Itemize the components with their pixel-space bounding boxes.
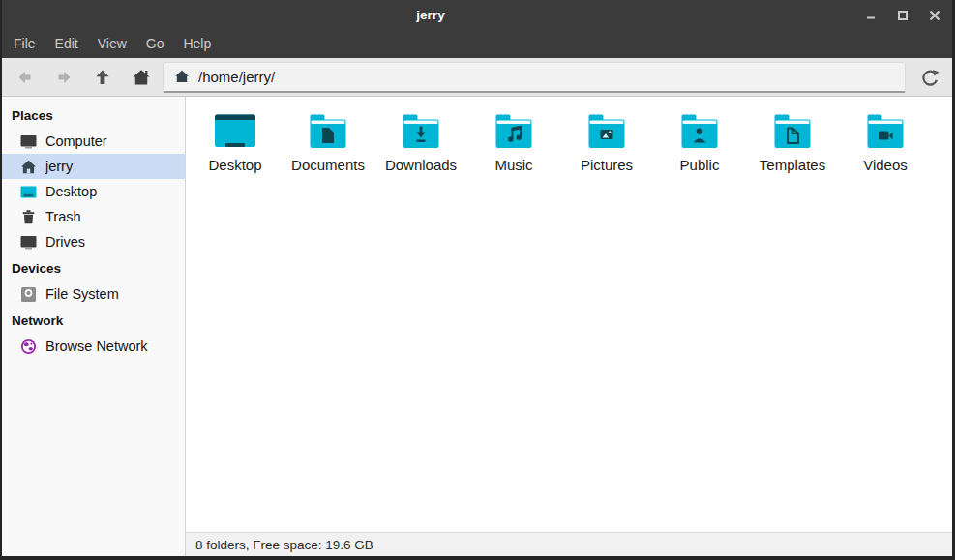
sidebar-item-label: Browse Network	[45, 339, 148, 354]
downloads-folder-icon	[400, 113, 442, 150]
public-folder-icon	[678, 113, 721, 150]
status-text: 8 folders, Free space: 19.6 GB	[195, 538, 373, 552]
sidebar-item-label: Trash	[45, 209, 81, 224]
close-button[interactable]	[925, 6, 944, 25]
window-title: jerry	[2, 0, 859, 30]
status-bar: 8 folders, Free space: 19.6 GB	[186, 532, 952, 556]
refresh-icon	[919, 67, 940, 88]
drives-icon	[20, 234, 37, 251]
pictures-folder-icon	[585, 113, 628, 150]
videos-folder-icon	[864, 113, 907, 150]
sidebar-item-browse-network[interactable]: Browse Network	[2, 334, 185, 359]
file-item-videos[interactable]: Videos	[839, 105, 932, 173]
main-column: Desktop Documents	[186, 97, 952, 556]
network-globe-icon	[20, 339, 37, 355]
desktop-monitor-icon	[20, 184, 37, 200]
title-bar[interactable]: jerry	[2, 0, 952, 30]
sidebar-item-computer[interactable]: Computer	[2, 129, 185, 154]
window-controls	[861, 0, 944, 30]
forward-arrow-icon	[53, 67, 75, 88]
templates-folder-icon	[771, 113, 814, 150]
sidebar-item-label: Drives	[45, 234, 85, 250]
sidebar-item-label: Computer	[45, 133, 107, 149]
menu-bar: File Edit View Go Help	[2, 30, 952, 58]
documents-folder-icon	[307, 113, 349, 150]
filesystem-drive-icon	[20, 286, 37, 303]
sidebar-item-label: jerry	[45, 159, 73, 174]
menu-view[interactable]: View	[88, 30, 136, 58]
file-item-label: Downloads	[385, 157, 457, 173]
maximize-icon	[895, 8, 910, 23]
file-manager-window: jerry File Edit View Go Help	[0, 0, 955, 560]
sidebar-item-file-system[interactable]: File System	[2, 281, 185, 307]
file-item-public[interactable]: Public	[653, 105, 746, 173]
back-button[interactable]	[6, 61, 45, 94]
music-folder-icon	[492, 113, 535, 150]
sidebar-item-jerry[interactable]: jerry	[2, 154, 185, 179]
computer-icon	[20, 133, 37, 150]
minimize-icon	[863, 8, 879, 23]
sidebar: Places Computer jerry	[2, 97, 186, 556]
home-icon	[131, 67, 152, 88]
menu-file[interactable]: File	[4, 30, 45, 58]
desktop-folder-icon	[214, 113, 256, 150]
path-home-icon	[174, 69, 190, 84]
close-icon	[927, 8, 942, 23]
file-item-label: Templates	[760, 157, 825, 173]
current-path[interactable]: /home/jerry/	[198, 69, 275, 85]
file-view[interactable]: Desktop Documents	[186, 97, 952, 532]
trash-icon	[20, 209, 37, 225]
address-bar[interactable]: /home/jerry/	[163, 62, 906, 93]
file-item-music[interactable]: Music	[467, 105, 560, 173]
sidebar-item-desktop[interactable]: Desktop	[2, 179, 185, 204]
file-item-label: Public	[680, 157, 720, 173]
up-button[interactable]	[83, 61, 122, 94]
toolbar: /home/jerry/	[2, 58, 952, 97]
file-item-label: Videos	[863, 157, 908, 173]
sidebar-header-places: Places	[2, 102, 185, 129]
home-icon	[20, 159, 37, 175]
file-item-label: Documents	[291, 157, 365, 173]
file-item-templates[interactable]: Templates	[746, 105, 839, 173]
window-body: Places Computer jerry	[2, 97, 952, 556]
menu-help[interactable]: Help	[173, 30, 221, 58]
refresh-button[interactable]	[913, 61, 946, 94]
sidebar-header-devices: Devices	[2, 254, 185, 281]
sidebar-item-label: File System	[45, 286, 119, 302]
file-item-desktop[interactable]: Desktop	[189, 105, 282, 173]
menu-edit[interactable]: Edit	[45, 30, 88, 58]
file-item-label: Music	[494, 157, 532, 173]
file-item-label: Pictures	[581, 157, 633, 173]
back-arrow-icon	[15, 67, 36, 88]
minimize-button[interactable]	[861, 6, 880, 25]
file-item-documents[interactable]: Documents	[282, 105, 374, 173]
home-button[interactable]	[122, 61, 161, 94]
maximize-button[interactable]	[893, 6, 912, 25]
forward-button[interactable]	[45, 61, 83, 94]
sidebar-item-label: Desktop	[45, 184, 97, 199]
sidebar-item-trash[interactable]: Trash	[2, 204, 185, 229]
file-item-pictures[interactable]: Pictures	[560, 105, 653, 173]
sidebar-item-drives[interactable]: Drives	[2, 229, 185, 254]
menu-go[interactable]: Go	[136, 30, 174, 58]
file-item-label: Desktop	[208, 157, 261, 173]
file-item-downloads[interactable]: Downloads	[374, 105, 467, 173]
up-arrow-icon	[92, 67, 113, 88]
sidebar-header-network: Network	[2, 307, 185, 334]
